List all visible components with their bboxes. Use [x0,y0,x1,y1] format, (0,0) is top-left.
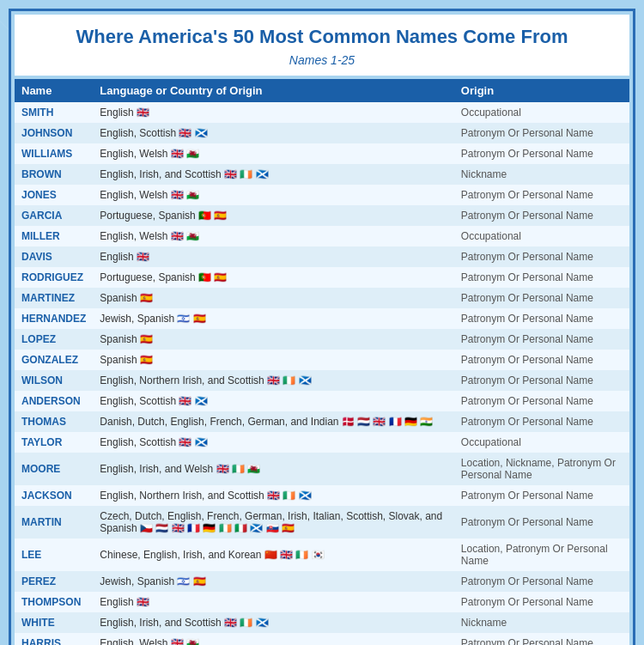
cell-name: GARCIA [15,205,93,226]
cell-name: JACKSON [15,485,93,506]
cell-language: English, Scottish 🇬🇧 🏴󠁧󠁢󠁳󠁣󠁴󠁿 [93,432,454,453]
cell-language: English, Irish, and Scottish 🇬🇧 🇮🇪 🏴󠁧󠁢󠁳󠁣… [93,164,454,185]
table-row: BROWNEnglish, Irish, and Scottish 🇬🇧 🇮🇪 … [15,164,629,185]
cell-origin: Patronym Or Personal Name [454,592,629,612]
cell-name: THOMPSON [15,592,93,612]
col-name: Name [15,79,93,102]
page-container: Where America's 50 Most Common Names Com… [9,9,635,645]
page-subtitle: Names 1-25 [32,53,612,67]
cell-origin: Patronym Or Personal Name [454,185,629,205]
cell-language: English, Northern Irish, and Scottish 🇬🇧… [93,370,454,391]
table-row: LOPEZSpanish 🇪🇸Patronym Or Personal Name [15,329,629,350]
cell-origin: Patronym Or Personal Name [454,308,629,329]
cell-language: Jewish, Spanish 🇮🇱 🇪🇸 [93,571,454,592]
cell-origin: Patronym Or Personal Name [454,571,629,592]
cell-name: WHITE [15,612,93,633]
page-title: Where America's 50 Most Common Names Com… [32,25,612,50]
cell-name: MOORE [15,453,93,485]
cell-language: English, Welsh 🇬🇧 🏴󠁧󠁢󠁷󠁬󠁳󠁿 [93,633,454,645]
cell-origin: Patronym Or Personal Name [454,350,629,370]
table-row: RODRIGUEZPortuguese, Spanish 🇵🇹 🇪🇸Patron… [15,267,629,288]
table-row: JACKSONEnglish, Northern Irish, and Scot… [15,485,629,506]
cell-name: HARRIS [15,633,93,645]
table-row: GONZALEZSpanish 🇪🇸Patronym Or Personal N… [15,350,629,370]
cell-origin: Patronym Or Personal Name [454,143,629,164]
cell-language: English, Welsh 🇬🇧 🏴󠁧󠁢󠁷󠁬󠁳󠁿 [93,226,454,246]
cell-name: ANDERSON [15,391,93,411]
cell-origin: Patronym Or Personal Name [454,123,629,143]
cell-origin: Occupational [454,102,629,123]
table-row: ANDERSONEnglish, Scottish 🇬🇧 🏴󠁧󠁢󠁳󠁣󠁴󠁿Patr… [15,391,629,411]
table-row: THOMPSONEnglish 🇬🇧Patronym Or Personal N… [15,592,629,612]
table-row: JONESEnglish, Welsh 🇬🇧 🏴󠁧󠁢󠁷󠁬󠁳󠁿Patronym O… [15,185,629,205]
table-row: HARRISEnglish, Welsh 🇬🇧 🏴󠁧󠁢󠁷󠁬󠁳󠁿Patronym … [15,633,629,645]
cell-origin: Patronym Or Personal Name [454,267,629,288]
header: Where America's 50 Most Common Names Com… [15,15,629,76]
cell-origin: Patronym Or Personal Name [454,391,629,411]
cell-language: English, Scottish 🇬🇧 🏴󠁧󠁢󠁳󠁣󠁴󠁿 [93,123,454,143]
cell-language: Jewish, Spanish 🇮🇱 🇪🇸 [93,308,454,329]
cell-name: JOHNSON [15,123,93,143]
table-header-row: Name Language or Country of Origin Origi… [15,79,629,102]
table-row: MARTINCzech, Dutch, English, French, Ger… [15,506,629,539]
table-row: GARCIAPortuguese, Spanish 🇵🇹 🇪🇸Patronym … [15,205,629,226]
cell-language: English, Welsh 🇬🇧 🏴󠁧󠁢󠁷󠁬󠁳󠁿 [93,143,454,164]
table-row: LEEChinese, English, Irish, and Korean 🇨… [15,539,629,571]
table-row: MARTINEZSpanish 🇪🇸Patronym Or Personal N… [15,288,629,308]
cell-name: THOMAS [15,411,93,432]
table-row: DAVISEnglish 🇬🇧Patronym Or Personal Name [15,246,629,267]
cell-language: Spanish 🇪🇸 [93,288,454,308]
table-row: JOHNSONEnglish, Scottish 🇬🇧 🏴󠁧󠁢󠁳󠁣󠁴󠁿Patro… [15,123,629,143]
cell-name: WILLIAMS [15,143,93,164]
cell-name: GONZALEZ [15,350,93,370]
cell-name: TAYLOR [15,432,93,453]
col-origin: Origin [454,79,629,102]
cell-name: DAVIS [15,246,93,267]
cell-language: English 🇬🇧 [93,102,454,123]
table-row: PEREZJewish, Spanish 🇮🇱 🇪🇸Patronym Or Pe… [15,571,629,592]
cell-origin: Occupational [454,432,629,453]
cell-language: Czech, Dutch, English, French, German, I… [93,506,454,539]
table-row: HERNANDEZJewish, Spanish 🇮🇱 🇪🇸Patronym O… [15,308,629,329]
cell-origin: Patronym Or Personal Name [454,329,629,350]
cell-name: HERNANDEZ [15,308,93,329]
cell-origin: Patronym Or Personal Name [454,288,629,308]
cell-language: Danish, Dutch, English, French, German, … [93,411,454,432]
cell-language: English, Irish, and Welsh 🇬🇧 🇮🇪 🏴󠁧󠁢󠁷󠁬󠁳󠁿 [93,453,454,485]
cell-origin: Patronym Or Personal Name [454,246,629,267]
cell-name: LEE [15,539,93,571]
cell-origin: Patronym Or Personal Name [454,506,629,539]
table-row: WHITEEnglish, Irish, and Scottish 🇬🇧 🇮🇪 … [15,612,629,633]
cell-origin: Nickname [454,164,629,185]
table-row: MOOREEnglish, Irish, and Welsh 🇬🇧 🇮🇪 🏴󠁧󠁢… [15,453,629,485]
cell-origin: Patronym Or Personal Name [454,411,629,432]
table-row: WILSONEnglish, Northern Irish, and Scott… [15,370,629,391]
cell-language: Spanish 🇪🇸 [93,350,454,370]
cell-language: Portuguese, Spanish 🇵🇹 🇪🇸 [93,267,454,288]
cell-language: English, Irish, and Scottish 🇬🇧 🇮🇪 🏴󠁧󠁢󠁳󠁣… [93,612,454,633]
cell-origin: Location, Nickname, Patronym Or Personal… [454,453,629,485]
cell-language: English 🇬🇧 [93,592,454,612]
cell-name: LOPEZ [15,329,93,350]
table-body: SMITHEnglish 🇬🇧OccupationalJOHNSONEnglis… [15,102,629,645]
cell-language: English, Welsh 🇬🇧 🏴󠁧󠁢󠁷󠁬󠁳󠁿 [93,185,454,205]
cell-name: MARTIN [15,506,93,539]
cell-name: RODRIGUEZ [15,267,93,288]
cell-language: Portuguese, Spanish 🇵🇹 🇪🇸 [93,205,454,226]
table-row: THOMASDanish, Dutch, English, French, Ge… [15,411,629,432]
cell-origin: Patronym Or Personal Name [454,485,629,506]
table-row: MILLEREnglish, Welsh 🇬🇧 🏴󠁧󠁢󠁷󠁬󠁳󠁿Occupatio… [15,226,629,246]
table-container: Name Language or Country of Origin Origi… [15,79,629,645]
cell-language: English, Scottish 🇬🇧 🏴󠁧󠁢󠁳󠁣󠁴󠁿 [93,391,454,411]
cell-origin: Occupational [454,226,629,246]
cell-name: PEREZ [15,571,93,592]
names-table: Name Language or Country of Origin Origi… [15,79,629,645]
table-row: TAYLOREnglish, Scottish 🇬🇧 🏴󠁧󠁢󠁳󠁣󠁴󠁿Occupa… [15,432,629,453]
col-language: Language or Country of Origin [93,79,454,102]
cell-language: English, Northern Irish, and Scottish 🇬🇧… [93,485,454,506]
cell-language: English 🇬🇧 [93,246,454,267]
table-row: WILLIAMSEnglish, Welsh 🇬🇧 🏴󠁧󠁢󠁷󠁬󠁳󠁿Patrony… [15,143,629,164]
cell-origin: Location, Patronym Or Personal Name [454,539,629,571]
cell-origin: Nickname [454,612,629,633]
cell-name: BROWN [15,164,93,185]
